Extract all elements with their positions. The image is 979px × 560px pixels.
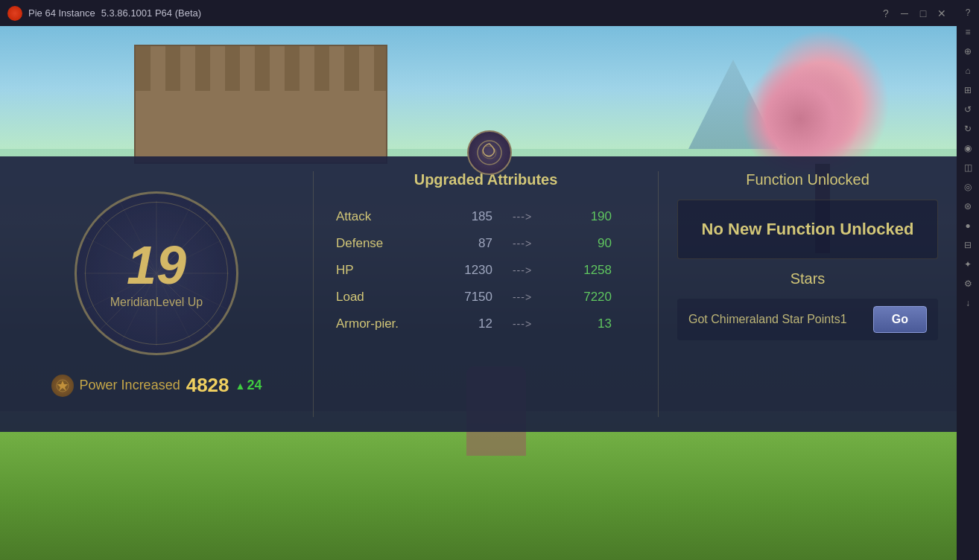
attr-load-new: 7220: [552, 290, 612, 305]
attr-load-old: 7150: [433, 290, 492, 305]
app-version: 5.3.86.1001 P64 (Beta): [101, 7, 201, 19]
taskbar-settings-icon[interactable]: ⚙: [959, 275, 977, 293]
attr-defense-arrow: --->: [492, 238, 552, 249]
taskbar-location-icon[interactable]: ●: [959, 217, 977, 235]
attr-attack-name: Attack: [336, 209, 433, 224]
function-panel: No New Function Unlocked: [677, 200, 938, 259]
attributes-section: Upgraded Attributes Attack 185 ---> 190 …: [314, 156, 658, 432]
function-unlocked-section: Function Unlocked No New Function Unlock…: [659, 156, 957, 432]
level-circle: 19 MeridianLevel Up: [75, 191, 238, 355]
power-number: 4828: [186, 374, 229, 397]
taskbar-refresh-icon[interactable]: ↺: [959, 101, 977, 118]
attr-armor-old: 12: [433, 316, 492, 331]
attr-hp-arrow: --->: [492, 264, 552, 276]
taskbar-down-icon[interactable]: ↓: [959, 294, 977, 312]
taskbar-rotate-icon[interactable]: ↻: [959, 120, 977, 138]
window-controls: ? ─ □ ✕: [878, 6, 949, 21]
function-title: Function Unlocked: [677, 171, 938, 188]
attr-attack-new: 190: [552, 209, 612, 224]
taskbar-edit-icon[interactable]: ✦: [959, 255, 977, 273]
power-text: Power Increased: [80, 378, 180, 393]
app-title: Pie 64 Instance: [28, 7, 95, 19]
title-bar: Pie 64 Instance 5.3.86.1001 P64 (Beta) ?…: [0, 0, 957, 26]
meridian-svg: [476, 139, 503, 166]
no-function-text: No New Function Unlocked: [702, 220, 914, 239]
attr-row-hp: HP 1230 ---> 1258: [336, 257, 636, 284]
attr-armor-name: Armor-pier.: [336, 316, 433, 331]
level-up-section: 19 MeridianLevel Up Power Increased 4828…: [0, 156, 313, 432]
attr-armor-arrow: --->: [492, 318, 552, 330]
attr-hp-name: HP: [336, 263, 433, 278]
power-increase: ▲ 24: [235, 378, 262, 393]
taskbar-grid-icon[interactable]: ⊞: [959, 81, 977, 99]
taskbar-home-icon[interactable]: ⌂: [959, 62, 977, 80]
attr-armor-new: 13: [552, 316, 612, 331]
taskbar-record-icon[interactable]: ◉: [959, 139, 977, 157]
minimize-button[interactable]: ─: [897, 6, 912, 21]
overlay-panel: 19 MeridianLevel Up Power Increased 4828…: [0, 156, 957, 432]
bluestacks-taskbar: ? ≡ ⊕ ⌂ ⊞ ↺ ↻ ◉ ◫ ◎ ⊛ ● ⊟ ✦ ⚙ ↓: [957, 0, 979, 560]
building: [134, 45, 387, 164]
power-increase-value: 24: [247, 378, 262, 393]
attr-load-name: Load: [336, 290, 433, 305]
attr-attack-arrow: --->: [492, 211, 552, 223]
attr-defense-new: 90: [552, 236, 612, 251]
power-icon: [51, 375, 74, 397]
meridian-icon: [467, 130, 512, 175]
attr-attack-old: 185: [433, 209, 492, 224]
taskbar-star-icon[interactable]: ⊛: [959, 197, 977, 215]
taskbar-menu-icon[interactable]: ≡: [959, 23, 977, 41]
attr-row-defense: Defense 87 ---> 90: [336, 230, 636, 257]
decoration-svg: [77, 194, 236, 353]
meridian-icon-container: [467, 130, 512, 175]
attr-defense-old: 87: [433, 236, 492, 251]
arrow-up-icon: ▲: [235, 380, 246, 392]
taskbar-layers-icon[interactable]: ⊟: [959, 236, 977, 254]
maximize-button[interactable]: □: [916, 6, 931, 21]
stars-title: Stars: [677, 270, 938, 287]
taskbar-folder-icon[interactable]: ◫: [959, 159, 977, 176]
app-logo: [7, 6, 22, 21]
attr-defense-name: Defense: [336, 236, 433, 251]
stars-row: Got Chimeraland Star Points1 Go: [677, 299, 938, 340]
attr-row-load: Load 7150 ---> 7220: [336, 284, 636, 311]
taskbar-add-icon[interactable]: ⊕: [959, 42, 977, 60]
attr-hp-old: 1230: [433, 263, 492, 278]
taskbar-camera-icon[interactable]: ◎: [959, 178, 977, 196]
attr-load-arrow: --->: [492, 291, 552, 303]
attr-row-armor: Armor-pier. 12 ---> 13: [336, 311, 636, 337]
power-bar: Power Increased 4828 ▲ 24: [51, 374, 262, 397]
stars-text: Got Chimeraland Star Points1: [688, 313, 847, 326]
attr-hp-new: 1258: [552, 263, 612, 278]
go-button[interactable]: Go: [873, 306, 927, 333]
attr-row-attack: Attack 185 ---> 190: [336, 203, 636, 230]
taskbar-help-icon[interactable]: ?: [959, 4, 977, 22]
help-button[interactable]: ?: [878, 6, 893, 21]
close-button[interactable]: ✕: [934, 6, 949, 21]
power-icon-svg: [55, 378, 70, 393]
